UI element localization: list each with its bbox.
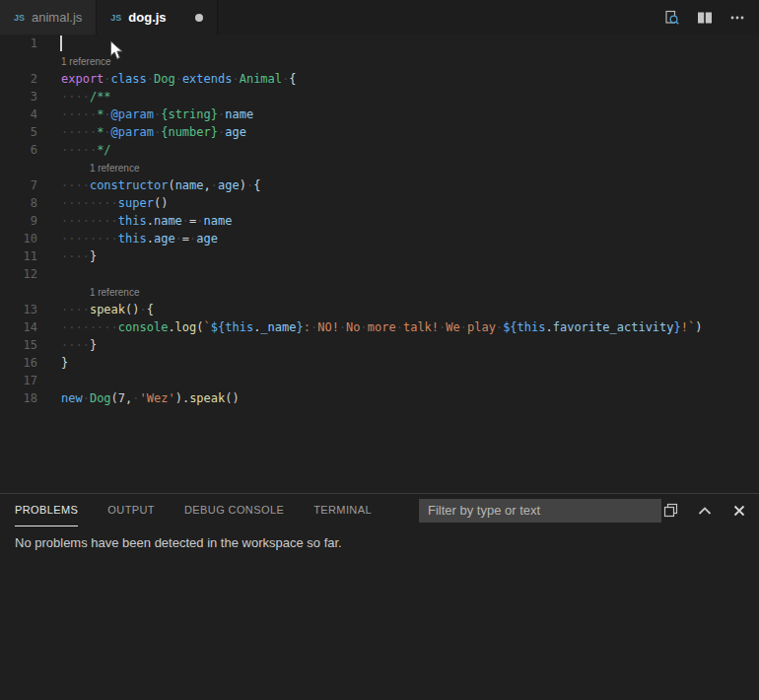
panel-tabs: PROBLEMSOUTPUTDEBUG CONSOLETERMINAL <box>15 494 401 526</box>
code-line[interactable]: 11····} <box>0 247 759 265</box>
code-line-content <box>37 35 61 52</box>
code-line-content: ········this.age·=·age <box>37 230 218 247</box>
code-line[interactable]: 8········super() <box>0 194 759 212</box>
tab-label: animal.js <box>32 10 82 25</box>
code-line[interactable]: 10········this.age·=·age <box>0 230 759 247</box>
codelens-row: 1 reference <box>0 283 759 301</box>
line-number[interactable]: 6 <box>0 141 37 159</box>
collapse-all-icon[interactable] <box>661 502 679 520</box>
line-number[interactable]: 5 <box>0 123 37 141</box>
editor-tab-dog.js[interactable]: JSdog.js <box>97 0 217 35</box>
codelens-reference-link[interactable]: 1 reference <box>37 52 111 70</box>
code-line[interactable]: 6·····*/ <box>0 141 759 159</box>
panel-tab-debug-console[interactable]: DEBUG CONSOLE <box>184 494 284 526</box>
line-number[interactable]: 9 <box>0 212 37 230</box>
line-number[interactable]: 13 <box>0 301 37 318</box>
panel-actions <box>661 502 759 520</box>
codelens-row: 1 reference <box>0 159 759 176</box>
js-file-icon: JS <box>14 13 25 23</box>
code-line-content: ·····*·@param·{string}·name <box>37 105 253 123</box>
code-line[interactable]: 7····constructor(name,·age)·{ <box>0 176 759 194</box>
code-line-content: ·····*·@param·{number}·age <box>37 123 246 141</box>
panel-tab-problems[interactable]: PROBLEMS <box>15 494 78 526</box>
code-line-content: ····} <box>37 247 97 265</box>
panel-header: PROBLEMSOUTPUTDEBUG CONSOLETERMINAL <box>0 494 759 526</box>
code-line[interactable]: 16} <box>0 354 759 372</box>
code-line-content: ····constructor(name,·age)·{ <box>37 176 260 194</box>
problems-filter-input[interactable] <box>419 499 661 523</box>
panel-tab-terminal[interactable]: TERMINAL <box>313 494 372 526</box>
line-number[interactable]: 15 <box>0 336 37 354</box>
code-line-content: ········this.name·=·name <box>37 212 232 230</box>
editor-tab-animal.js[interactable]: JSanimal.js <box>0 0 97 35</box>
unsaved-changes-icon[interactable] <box>195 14 203 22</box>
code-line[interactable]: 5·····*·@param·{number}·age <box>0 123 759 141</box>
code-line[interactable]: 18new·Dog(7,·'Wez').speak() <box>0 389 759 407</box>
maximize-panel-icon[interactable] <box>696 502 714 520</box>
editor-actions <box>663 0 759 35</box>
code-line[interactable]: 17 <box>0 372 759 389</box>
code-line[interactable]: 15····} <box>0 336 759 354</box>
code-line[interactable]: 1 <box>0 35 759 52</box>
code-line-content: ····/** <box>37 88 111 105</box>
line-number[interactable]: 2 <box>0 70 37 88</box>
open-preview-icon[interactable] <box>663 9 681 27</box>
bottom-panel: PROBLEMSOUTPUTDEBUG CONSOLETERMINAL <box>0 493 759 700</box>
code-line-content <box>37 265 61 283</box>
line-number[interactable] <box>0 283 37 301</box>
line-number[interactable]: 17 <box>0 372 37 389</box>
code-line[interactable]: 13····speak()·{ <box>0 301 759 318</box>
code-line[interactable]: 12 <box>0 265 759 283</box>
code-line-content <box>37 372 61 389</box>
code-line-content: ····speak()·{ <box>37 301 154 318</box>
code-line-content: ·····*/ <box>37 141 111 159</box>
code-line-content: export·class·Dog·extends·Animal·{ <box>37 70 297 88</box>
code-line-content: ········super() <box>37 194 168 212</box>
tab-label: dog.js <box>128 10 166 25</box>
code-line-content: ····} <box>37 336 97 354</box>
editor-tabs: JSanimal.jsJSdog.js <box>0 0 218 35</box>
code-line-content: } <box>37 354 68 372</box>
code-line[interactable]: 9········this.name·=·name <box>0 212 759 230</box>
line-number[interactable]: 14 <box>0 318 37 336</box>
line-number[interactable]: 10 <box>0 230 37 247</box>
code-line[interactable]: 2export·class·Dog·extends·Animal·{ <box>0 70 759 88</box>
line-number[interactable]: 4 <box>0 105 37 123</box>
code-line[interactable]: 14········console.log(`${this._name}:·NO… <box>0 318 759 336</box>
code-line-content: new·Dog(7,·'Wez').speak() <box>37 389 240 407</box>
line-number[interactable]: 11 <box>0 247 37 265</box>
line-number[interactable]: 8 <box>0 194 37 212</box>
codelens-reference-link[interactable]: 1 reference <box>37 283 139 301</box>
code-line-content: ········console.log(`${this._name}:·NO!·… <box>37 318 702 336</box>
code-line[interactable]: 3····/** <box>0 88 759 105</box>
vscode-window: JSanimal.jsJSdog.js <box>0 0 759 700</box>
js-file-icon: JS <box>110 13 121 23</box>
line-number[interactable]: 1 <box>0 35 37 52</box>
codelens-row: 1 reference <box>0 52 759 70</box>
editor-rows: 11 reference2export·class·Dog·extends·An… <box>0 35 759 407</box>
line-number[interactable] <box>0 159 37 176</box>
more-actions-icon[interactable] <box>728 9 746 27</box>
code-line[interactable]: 4·····*·@param·{string}·name <box>0 105 759 123</box>
split-editor-icon[interactable] <box>696 9 714 27</box>
text-caret <box>60 35 62 51</box>
problems-message: No problems have been detected in the wo… <box>0 526 759 550</box>
line-number[interactable]: 16 <box>0 354 37 372</box>
line-number[interactable]: 18 <box>0 389 37 407</box>
code-editor[interactable]: 11 reference2export·class·Dog·extends·An… <box>0 35 759 493</box>
close-panel-icon[interactable] <box>730 502 748 520</box>
panel-tab-output[interactable]: OUTPUT <box>107 494 155 526</box>
line-number[interactable]: 7 <box>0 176 37 194</box>
line-number[interactable]: 3 <box>0 88 37 105</box>
codelens-reference-link[interactable]: 1 reference <box>37 159 139 176</box>
line-number[interactable]: 12 <box>0 265 37 283</box>
line-number[interactable] <box>0 52 37 70</box>
editor-tab-bar: JSanimal.jsJSdog.js <box>0 0 759 35</box>
